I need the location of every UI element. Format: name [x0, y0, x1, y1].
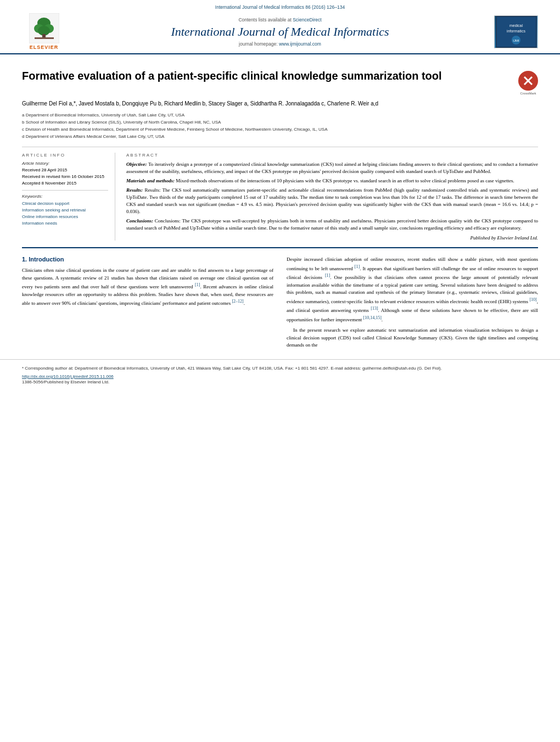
contents-text: Contents lists available at: [238, 17, 291, 23]
keywords-list: Clinical decision support Information se…: [22, 200, 108, 227]
conclusions-label: Conclusions:: [126, 218, 155, 224]
doi-footer: http://dx.doi.org/10.1016/j.ijmedinf.201…: [22, 374, 538, 379]
abstract-conclusions: Conclusions: Conclusions: The CKS protot…: [126, 217, 538, 232]
elsevier-brand-text: ELSEVIER: [30, 44, 59, 50]
article-content: Formative evaluation of a patient-specif…: [0, 54, 560, 353]
svg-rect-6: [35, 37, 54, 39]
cite-1a[interactable]: [1]: [195, 282, 200, 287]
intro-para3: In the present research we explore autom…: [287, 327, 538, 349]
keyword-2: Online information resources: [22, 214, 108, 220]
cite-10[interactable]: [10]: [529, 297, 536, 302]
authors-line: Guilherme Del Fiol a,*, Javed Mostafa b,…: [22, 99, 538, 108]
keyword-3: Information needs: [22, 220, 108, 227]
footnote-text: * Corresponding author at: Department of…: [22, 365, 538, 372]
info-divider: [22, 190, 108, 191]
journal-header: International Journal of Medical Informa…: [0, 0, 560, 54]
conclusions-text: Conclusions: The CKS prototype was well-…: [126, 218, 538, 231]
affiliation-d: d Department of Veterans Affairs Medical…: [22, 133, 538, 140]
elsevier-tree-icon: [29, 13, 59, 43]
issn-text: 1386-5056/Published by Elsevier Ireland …: [22, 379, 538, 386]
intro-heading: 1. Introduction: [22, 256, 273, 263]
two-col-section: ARTICLE INFO Article history: Received 2…: [22, 147, 538, 241]
published-line: Published by Elsevier Ireland Ltd.: [126, 235, 538, 241]
homepage-url[interactable]: www.ijmijournal.com: [279, 41, 321, 47]
intro-para1: Clinicians often raise clinical question…: [22, 267, 273, 308]
abstract-results: Results: Results: The CKS tool automatic…: [126, 187, 538, 215]
journal-logo-image: medical informatics IJMI: [496, 16, 537, 48]
elsevier-logo: ELSEVIER: [22, 13, 66, 50]
cite-2-12[interactable]: [2–12]: [232, 299, 243, 304]
svg-text:medical: medical: [509, 24, 523, 27]
keywords-label: Keywords:: [22, 194, 108, 199]
results-text: Results: The CKS tool automatically summ…: [126, 187, 538, 214]
cite-13[interactable]: [13]: [371, 306, 378, 311]
article-info-title: ARTICLE INFO: [22, 153, 108, 158]
doi-top-bar: International Journal of Medical Informa…: [22, 4, 538, 10]
results-label: Results:: [126, 187, 144, 193]
received-revised: Received in revised form 16 October 2015: [22, 174, 108, 180]
header-content: ELSEVIER Contents lists available at Sci…: [22, 13, 538, 53]
body-left-col: 1. Introduction Clinicians often raise c…: [22, 256, 273, 353]
cite-10-14-15[interactable]: [10,14,15]: [363, 315, 381, 320]
methods-text: Mixed-methods observations of the intera…: [176, 178, 514, 183]
affiliation-a: a Department of Biomedical Informatics, …: [22, 112, 538, 119]
section-number: 1.: [22, 256, 27, 263]
page-wrapper: International Journal of Medical Informa…: [0, 0, 560, 742]
objective-text: To iteratively design a prototype of a c…: [126, 161, 538, 174]
abstract-objective: Objective: To iteratively design a proto…: [126, 161, 538, 175]
crossmark-badge: [518, 71, 538, 91]
affiliation-c: c Division of Health and Biomedical Info…: [22, 126, 538, 133]
cite-1b[interactable]: [1]: [355, 264, 360, 269]
svg-text:IJMI: IJMI: [513, 39, 519, 42]
intro-text-left: Clinicians often raise clinical question…: [22, 267, 273, 308]
footnote-content: * Corresponding author at: Department of…: [22, 366, 442, 371]
intro-text-right: Despite increased clinician adoption of …: [287, 256, 538, 349]
doi-top-text: International Journal of Medical Informa…: [215, 4, 345, 10]
crossmark-label: CrossMark: [518, 92, 538, 95]
article-history-label: Article history:: [22, 161, 108, 166]
objective-label: Objective:: [126, 161, 148, 167]
article-title: Formative evaluation of a patient-specif…: [22, 69, 513, 83]
abstract-text: Objective: To iteratively design a proto…: [126, 161, 538, 232]
crossmark-icon: [520, 72, 536, 89]
body-section: 1. Introduction Clinicians often raise c…: [22, 247, 538, 353]
contents-line: Contents lists available at ScienceDirec…: [77, 17, 483, 23]
received-1: Received 28 April 2015: [22, 167, 108, 174]
section-title: Introduction: [29, 256, 64, 263]
authors-text: Guilherme Del Fiol a,*, Javed Mostafa b,…: [22, 101, 378, 107]
journal-logo-right: medical informatics IJMI: [494, 15, 538, 48]
journal-name: International Journal of Medical Informa…: [77, 25, 483, 39]
crossmark-badge-container: CrossMark: [518, 71, 538, 95]
keyword-0: Clinical decision support: [22, 200, 108, 207]
cite-1c[interactable]: [1]: [325, 273, 330, 278]
affiliations: a Department of Biomedical Informatics, …: [22, 112, 538, 140]
homepage-line: journal homepage: www.ijmijournal.com: [77, 41, 483, 47]
body-right-col: Despite increased clinician adoption of …: [287, 256, 538, 353]
footer-area: * Corresponding author at: Department of…: [0, 359, 560, 390]
intro-para2: Despite increased clinician adoption of …: [287, 256, 538, 323]
abstract-methods: Materials and methods: Mixed-methods obs…: [126, 177, 538, 185]
homepage-label: journal homepage:: [239, 41, 277, 47]
affiliation-b: b School of Information and Library Scie…: [22, 119, 538, 126]
abstract-title: ABSTRACT: [126, 153, 538, 158]
doi-link[interactable]: http://dx.doi.org/10.1016/j.ijmedinf.201…: [22, 374, 114, 379]
methods-label: Materials and methods:: [126, 178, 176, 183]
received-date: Received 28 April 2015 Received in revis…: [22, 167, 108, 187]
svg-text:informatics: informatics: [507, 29, 525, 33]
journal-title-area: Contents lists available at ScienceDirec…: [66, 17, 494, 47]
accepted-date: Accepted 8 November 2015: [22, 180, 108, 187]
article-info-panel: ARTICLE INFO Article history: Received 2…: [22, 153, 115, 241]
abstract-panel: ABSTRACT Objective: To iteratively desig…: [126, 153, 538, 241]
sciencedirect-link[interactable]: ScienceDirect: [293, 17, 321, 23]
keyword-1: Information seeking and retrieval: [22, 207, 108, 214]
